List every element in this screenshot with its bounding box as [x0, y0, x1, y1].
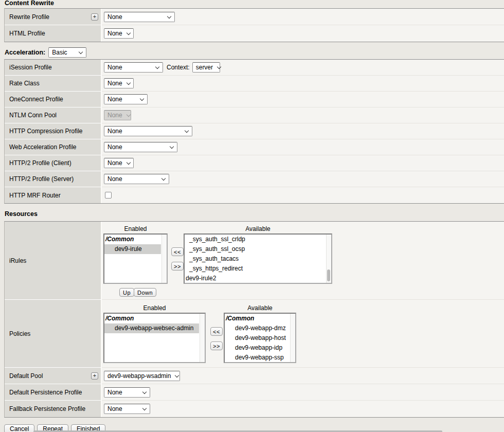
http2-client-label-cell: HTTP/2 Profile (Client): [5, 155, 102, 171]
default-persistence-select-value: None: [107, 389, 122, 396]
http2-server-select-value: None: [107, 175, 122, 183]
web-acceleration-select[interactable]: None: [104, 142, 177, 152]
resources-table: iRules Enabled Available /Common dev9-ir…: [4, 221, 504, 418]
oneconnect-select[interactable]: None: [104, 94, 148, 104]
irules-available-item[interactable]: _sys_https_redirect: [185, 264, 326, 274]
fallback-persistence-label-cell: Fallback Persistence Profile: [5, 401, 102, 417]
list-group-label: /Common: [104, 314, 199, 323]
web-acceleration-select-value: None: [107, 143, 122, 151]
policies-available-listbox[interactable]: /Common dev9-webapp-dmz dev9-webapp-host…: [224, 313, 296, 363]
chevron-down-icon: [155, 65, 159, 69]
isession-context-select[interactable]: server: [192, 62, 220, 73]
rate-class-value-cell: None: [102, 76, 504, 92]
policies-move-left-button[interactable]: <<: [210, 327, 223, 336]
irules-enabled-header: Enabled: [103, 225, 168, 232]
chevron-down-icon: [142, 407, 147, 411]
policies-available-item[interactable]: dev9-webapp-host: [225, 333, 290, 343]
rate-class-select-value: None: [107, 80, 122, 87]
irules-label-cell: iRules: [5, 222, 102, 300]
scrollbar-track[interactable]: [161, 235, 167, 283]
policies-enabled-item[interactable]: dev9-webapp-websec-admin: [104, 323, 199, 333]
http-mrf-value-cell: [102, 187, 504, 203]
http-compression-select[interactable]: None: [104, 126, 192, 136]
oneconnect-value-cell: None: [102, 92, 504, 107]
http-compression-value-cell: None: [102, 123, 504, 139]
irules-move-left-button[interactable]: <<: [171, 247, 184, 256]
rate-class-row: Rate Class None: [5, 76, 504, 92]
oneconnect-row: OneConnect Profile None: [5, 92, 504, 107]
chevron-down-icon: [79, 50, 83, 55]
http2-client-select[interactable]: None: [104, 158, 134, 168]
chevron-down-icon: [127, 161, 131, 165]
ntlm-row: NTLM Conn Pool None: [5, 107, 504, 123]
scrollbar-track[interactable]: [200, 314, 205, 362]
scrollbar-thumb[interactable]: [327, 269, 330, 281]
web-acceleration-label: Web Acceleration Profile: [9, 143, 77, 151]
irules-available-item[interactable]: _sys_auth_ssl_crldp: [185, 235, 326, 244]
default-pool-select[interactable]: dev9-webapp-wsadmin: [104, 371, 180, 381]
http2-server-select[interactable]: None: [104, 174, 169, 184]
irules-available-item[interactable]: dev9-irule2: [185, 274, 326, 283]
acceleration-select[interactable]: Basic: [48, 47, 86, 58]
ntlm-select-value: None: [107, 112, 122, 119]
html-profile-row: HTML Profile None: [5, 25, 504, 42]
rewrite-profile-add-button[interactable]: +: [91, 13, 98, 21]
policies-available-item[interactable]: dev9-webapp-dmz: [225, 323, 290, 333]
fallback-persistence-select[interactable]: None: [104, 404, 150, 414]
default-persistence-label-cell: Default Persistence Profile: [5, 384, 102, 401]
isession-select[interactable]: None: [104, 62, 163, 73]
html-profile-select[interactable]: None: [104, 28, 134, 39]
ntlm-label-cell: NTLM Conn Pool: [5, 107, 102, 123]
policies-available-item[interactable]: dev9-webapp-ssp: [225, 353, 290, 363]
isession-context-label: Context:: [167, 64, 190, 71]
http-mrf-checkbox[interactable]: [105, 192, 112, 199]
default-pool-add-button[interactable]: +: [91, 372, 98, 380]
irules-label: iRules: [9, 257, 26, 264]
rate-class-label: Rate Class: [9, 80, 40, 87]
policies-available-header: Available: [224, 304, 296, 312]
oneconnect-label: OneConnect Profile: [9, 96, 63, 103]
scrollbar-track[interactable]: [290, 314, 295, 362]
irules-enabled-listbox[interactable]: /Common dev9-irule: [103, 233, 168, 284]
policies-move-right-button[interactable]: >>: [210, 341, 223, 350]
chevron-down-icon: [142, 390, 147, 394]
http-mrf-label-cell: HTTP MRF Router: [5, 187, 102, 203]
default-persistence-select[interactable]: None: [104, 387, 150, 398]
scrollbar-track[interactable]: [326, 235, 331, 283]
irules-move-right-button[interactable]: >>: [171, 262, 184, 271]
chevron-down-icon: [127, 113, 131, 117]
ntlm-select: None: [104, 110, 131, 120]
cancel-button[interactable]: Cancel: [4, 424, 34, 432]
rate-class-label-cell: Rate Class: [5, 76, 102, 92]
chevron-down-icon: [127, 81, 131, 85]
irules-enabled-item[interactable]: dev9-irule: [104, 244, 161, 254]
policies-available-item[interactable]: dev9-webapp-idp: [225, 343, 290, 353]
rewrite-profile-select-value: None: [107, 13, 122, 21]
default-persistence-label: Default Persistence Profile: [9, 389, 82, 396]
rate-class-select[interactable]: None: [104, 78, 134, 88]
irules-up-button[interactable]: Up: [119, 288, 134, 297]
list-group-label: /Common: [225, 314, 290, 323]
http-compression-label: HTTP Compression Profile: [9, 128, 83, 135]
irules-available-item[interactable]: _sys_auth_tacacs: [185, 254, 326, 264]
policies-row: Policies Enabled Available /Common dev9-…: [5, 300, 504, 368]
http-compression-select-value: None: [107, 128, 122, 135]
http2-server-value-cell: None: [102, 171, 504, 187]
policies-label: Policies: [9, 330, 30, 337]
policies-enabled-listbox[interactable]: /Common dev9-webapp-websec-admin: [103, 313, 206, 363]
http2-client-row: HTTP/2 Profile (Client) None: [5, 155, 504, 171]
web-acceleration-label-cell: Web Acceleration Profile: [5, 139, 102, 155]
irules-available-listbox[interactable]: _sys_auth_ssl_crldp _sys_auth_ssl_ocsp _…: [184, 233, 332, 284]
irules-available-item[interactable]: _sys_auth_ssl_ocsp: [185, 244, 326, 254]
section-title-resources: Resources: [5, 211, 504, 218]
rewrite-profile-select[interactable]: None: [104, 12, 175, 22]
http2-server-row: HTTP/2 Profile (Server) None: [5, 171, 504, 187]
isession-context-select-value: server: [196, 64, 213, 71]
chevron-down-icon: [127, 31, 131, 35]
ntlm-label: NTLM Conn Pool: [9, 112, 57, 119]
web-acceleration-row: Web Acceleration Profile None: [5, 139, 504, 155]
irules-down-button[interactable]: Down: [134, 288, 156, 297]
acceleration-bar: Acceleration: Basic: [5, 47, 504, 58]
http-compression-label-cell: HTTP Compression Profile: [5, 123, 102, 139]
fallback-persistence-label: Fallback Persistence Profile: [9, 405, 85, 412]
